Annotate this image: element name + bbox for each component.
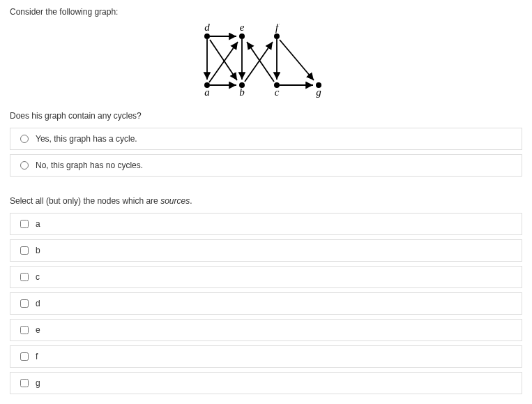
svg-line-6: [245, 42, 273, 82]
q2-option-b[interactable]: b: [10, 239, 522, 262]
svg-line-4: [210, 40, 237, 80]
q1-option-yes-label: Yes, this graph has a cycle.: [36, 134, 137, 144]
q2-option-c-label: c: [36, 272, 40, 282]
node-e-label: e: [239, 24, 244, 33]
q2-checkbox-f[interactable]: [20, 352, 29, 361]
question-2: Select all (but only) the nodes which ar…: [10, 196, 522, 394]
graph-svg: d e f a b c g: [193, 24, 340, 100]
q2-option-d-label: d: [36, 299, 40, 308]
q2-prompt-prefix: Select all (but only) the nodes which ar…: [10, 196, 160, 206]
q1-followup: Does his graph contain any cycles?: [10, 111, 522, 121]
svg-point-12: [239, 33, 245, 39]
q2-option-d[interactable]: d: [10, 292, 522, 315]
svg-line-8: [247, 42, 274, 82]
q2-option-e[interactable]: e: [10, 319, 522, 341]
q1-option-no[interactable]: No, this graph has no cycles.: [10, 154, 522, 177]
svg-line-9: [280, 40, 314, 80]
q2-prompt-suffix: .: [190, 196, 192, 206]
svg-point-11: [204, 33, 210, 39]
q1-option-yes[interactable]: Yes, this graph has a cycle.: [10, 128, 522, 150]
q2-option-g[interactable]: g: [10, 372, 522, 394]
q2-checkbox-g[interactable]: [20, 379, 29, 387]
q2-option-a-label: a: [36, 219, 40, 229]
node-b-label: b: [239, 87, 245, 98]
q2-option-e-label: e: [36, 325, 40, 335]
q2-prompt-italic: sources: [160, 196, 190, 206]
q2-checkbox-e[interactable]: [20, 326, 29, 334]
q1-radio-yes[interactable]: [20, 135, 29, 143]
node-f-label: f: [275, 24, 279, 33]
node-g-label: g: [316, 87, 321, 98]
graph-figure: d e f a b c g: [10, 24, 522, 103]
q2-option-f[interactable]: f: [10, 345, 522, 368]
node-a-label: a: [204, 87, 210, 98]
question-1: Consider the following graph:: [10, 7, 522, 177]
q2-option-f-label: f: [36, 352, 38, 361]
q2-option-c[interactable]: c: [10, 266, 522, 288]
q1-option-no-label: No, this graph has no cycles.: [36, 160, 143, 170]
q2-checkbox-a[interactable]: [20, 220, 29, 228]
q2-prompt: Select all (but only) the nodes which ar…: [10, 196, 522, 206]
q2-option-b-label: b: [36, 246, 40, 255]
node-c-label: c: [274, 87, 279, 98]
q2-checkbox-c[interactable]: [20, 273, 29, 281]
q1-prompt: Consider the following graph:: [10, 7, 522, 17]
q2-option-g-label: g: [36, 378, 40, 388]
svg-line-2: [209, 42, 238, 82]
q2-checkbox-b[interactable]: [20, 246, 29, 255]
q1-radio-no[interactable]: [20, 161, 29, 170]
q2-option-a[interactable]: a: [10, 213, 522, 235]
node-d-label: d: [204, 24, 210, 33]
svg-point-13: [274, 33, 280, 39]
q2-checkbox-d[interactable]: [20, 299, 29, 308]
